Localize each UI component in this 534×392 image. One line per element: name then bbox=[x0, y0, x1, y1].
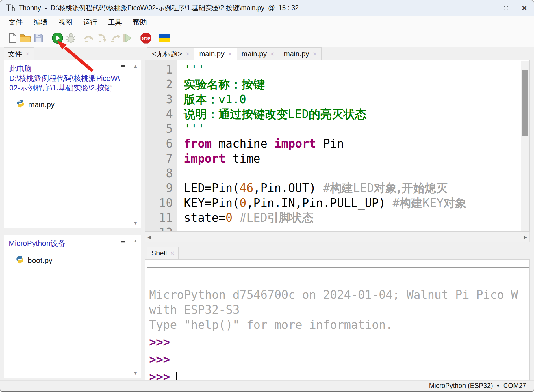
menu-item-编辑[interactable]: 编辑 bbox=[28, 16, 53, 29]
thonny-logo-icon bbox=[5, 3, 15, 13]
save-icon bbox=[34, 33, 43, 43]
menu-item-视图[interactable]: 视图 bbox=[53, 16, 78, 29]
shell-tab-close-icon[interactable]: × bbox=[170, 250, 174, 257]
editor-vertical-scrollbar[interactable] bbox=[521, 61, 529, 231]
editor-tab-2[interactable]: main.py× bbox=[237, 47, 279, 60]
shell-prompt: >>> bbox=[149, 335, 529, 350]
code-text: ''' bbox=[177, 62, 205, 77]
window-controls: ✕ bbox=[478, 0, 534, 16]
ukraine-flag-icon bbox=[159, 34, 170, 42]
line-number: 9 bbox=[145, 181, 177, 195]
new-file-icon bbox=[8, 33, 17, 43]
support-ukraine-button[interactable] bbox=[159, 32, 170, 44]
shell-panel[interactable]: MicroPython d7546700c on 2024-01-04; Wal… bbox=[145, 259, 530, 381]
scroll-left-icon[interactable]: ◀ bbox=[147, 235, 151, 239]
files-panel-tab[interactable]: 文件 × bbox=[4, 47, 34, 60]
code-line: 5''' bbox=[145, 122, 529, 136]
device-file-item[interactable]: boot.py bbox=[9, 253, 124, 268]
code-line: 4说明：通过按键改变LED的亮灭状态 bbox=[145, 107, 529, 122]
code-text: from machine import Pin bbox=[177, 136, 344, 151]
files-scroll-down-icon[interactable]: ▼ bbox=[133, 221, 138, 225]
shell-separator bbox=[147, 267, 529, 268]
device-panel: ≡ ▲ ▼ MicroPython设备 boot.py bbox=[4, 235, 141, 378]
step-out-button[interactable] bbox=[110, 32, 121, 44]
tab-close-icon[interactable]: × bbox=[270, 51, 274, 57]
line-number: 12 bbox=[145, 225, 177, 232]
line-number: 4 bbox=[145, 107, 177, 122]
maximize-button[interactable] bbox=[497, 0, 515, 16]
interpreter-status[interactable]: MicroPython (ESP32) bbox=[429, 382, 493, 390]
line-number: 8 bbox=[145, 166, 177, 181]
code-text: 说明：通过按键改变LED的亮灭状态 bbox=[177, 107, 366, 122]
menu-bar: 文件编辑视图运行工具帮助 bbox=[0, 16, 534, 29]
window-title: Thonny - D:\核桃派例程代码\核桃派PicoW\02-示例程序\1.基… bbox=[19, 3, 299, 12]
editor-tab-label: main.py bbox=[242, 50, 267, 58]
title-bar: Thonny - D:\核桃派例程代码\核桃派PicoW\02-示例程序\1.基… bbox=[0, 0, 534, 16]
editor-tab-3[interactable]: main.py× bbox=[279, 47, 322, 60]
shell-tab[interactable]: Shell × bbox=[147, 247, 179, 260]
tab-close-icon[interactable]: × bbox=[228, 51, 232, 57]
menu-item-工具[interactable]: 工具 bbox=[103, 16, 127, 29]
file-name: boot.py bbox=[28, 256, 52, 265]
code-text bbox=[177, 166, 184, 181]
files-panel-menu-icon[interactable]: ≡ bbox=[121, 63, 125, 71]
this-computer-label[interactable]: 此电脑 bbox=[9, 64, 124, 74]
svg-text:STOP: STOP bbox=[142, 37, 150, 40]
menu-item-帮助[interactable]: 帮助 bbox=[127, 16, 152, 29]
code-line: 8 bbox=[145, 166, 529, 181]
save-button[interactable] bbox=[33, 32, 44, 44]
menu-item-运行[interactable]: 运行 bbox=[78, 16, 103, 29]
code-text: import time bbox=[177, 151, 260, 166]
code-line: 3版本：v1.0 bbox=[145, 92, 529, 107]
tab-close-icon[interactable]: × bbox=[313, 51, 317, 57]
code-text: KEY=Pin(0,Pin.IN,Pin.PULL_UP) #构建KEY对象 bbox=[177, 196, 467, 210]
local-file-item[interactable]: main.py bbox=[9, 98, 124, 112]
step-over-icon bbox=[83, 33, 94, 43]
code-text: LED=Pin(46,Pin.OUT) #构建LED对象,开始熄灭 bbox=[177, 181, 448, 195]
editor-tab-0[interactable]: <无标题>× bbox=[147, 47, 194, 60]
device-scroll-up-icon[interactable]: ▲ bbox=[133, 239, 138, 243]
debug-bug-icon bbox=[65, 32, 77, 44]
stop-icon: STOP bbox=[140, 32, 152, 44]
scrollbar-thumb[interactable] bbox=[522, 70, 528, 136]
run-button[interactable] bbox=[52, 32, 63, 44]
shell-tab-label: Shell bbox=[151, 249, 167, 257]
files-tab-close-icon[interactable]: × bbox=[25, 51, 29, 57]
shell-output-line: Type "help()" for more information. bbox=[149, 317, 529, 332]
step-over-button[interactable] bbox=[83, 32, 94, 44]
line-number: 3 bbox=[145, 92, 177, 107]
toolbar: STOP bbox=[0, 29, 534, 47]
files-scroll-up-icon[interactable]: ▲ bbox=[133, 64, 138, 68]
scroll-right-icon[interactable]: ▶ bbox=[524, 235, 527, 239]
shell-prompt: >>> bbox=[149, 352, 529, 367]
minimize-icon bbox=[485, 8, 490, 8]
code-line: 7import time bbox=[145, 151, 529, 166]
maximize-icon bbox=[504, 6, 508, 10]
new-file-button[interactable] bbox=[7, 32, 18, 44]
port-status[interactable]: COM27 bbox=[503, 382, 526, 390]
divider bbox=[9, 251, 124, 251]
debug-button[interactable] bbox=[65, 32, 77, 44]
resume-button[interactable] bbox=[122, 32, 133, 44]
open-folder-icon bbox=[19, 33, 31, 43]
device-scroll-down-icon[interactable]: ▼ bbox=[133, 371, 138, 375]
device-panel-menu-icon[interactable]: ≡ bbox=[121, 238, 125, 246]
line-number: 7 bbox=[145, 151, 177, 166]
editor-tab-1[interactable]: main.py× bbox=[194, 47, 237, 60]
close-button[interactable]: ✕ bbox=[515, 0, 534, 16]
stop-button[interactable]: STOP bbox=[140, 32, 152, 44]
tab-close-icon[interactable]: × bbox=[186, 51, 190, 57]
line-number: 2 bbox=[145, 77, 177, 92]
code-text: 实验名称：按键 bbox=[177, 77, 265, 92]
step-into-button[interactable] bbox=[96, 32, 108, 44]
line-number: 10 bbox=[145, 196, 177, 210]
code-editor[interactable]: 1'''2实验名称：按键3版本：v1.04说明：通过按键改变LED的亮灭状态5'… bbox=[145, 60, 530, 232]
shell-prompt: >>> bbox=[149, 369, 529, 381]
menu-item-文件[interactable]: 文件 bbox=[3, 16, 28, 29]
thonny-window: Thonny - D:\核桃派例程代码\核桃派PicoW\02-示例程序\1.基… bbox=[0, 0, 534, 392]
line-number: 5 bbox=[145, 122, 177, 136]
open-file-button[interactable] bbox=[19, 32, 31, 44]
editor-horizontal-scrollbar[interactable]: ◀ ▶ bbox=[145, 232, 530, 242]
python-file-icon bbox=[16, 255, 24, 266]
minimize-button[interactable] bbox=[478, 0, 497, 16]
